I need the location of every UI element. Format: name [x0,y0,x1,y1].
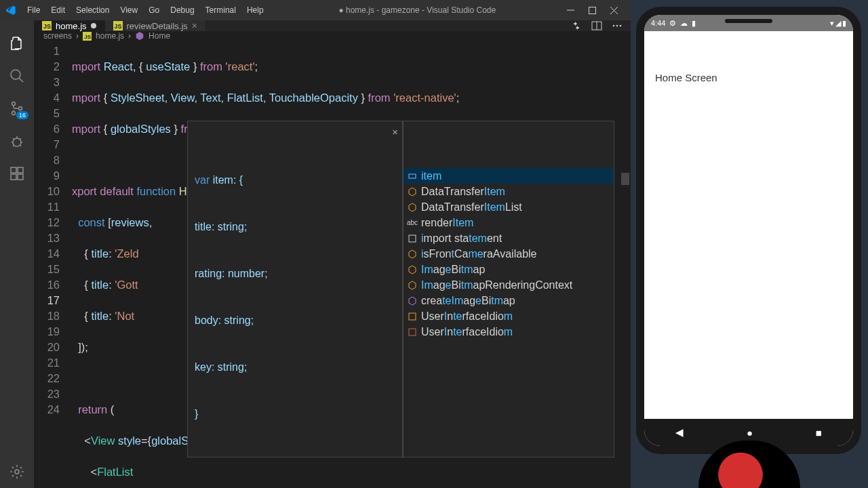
home-screen-text: Home Screen [655,72,842,83]
suggestion-item[interactable]: DataTransferItemList [403,199,614,215]
svg-line-13 [13,138,14,140]
menu-help[interactable]: Help [241,5,269,15]
suggestion-item[interactable]: isFrontCameraAvailable [403,246,614,262]
line-number: 19 [34,324,60,340]
back-button[interactable]: ◀ [675,426,684,439]
suggestion-kind-icon [408,265,417,274]
scm-badge: 16 [16,111,28,119]
menu-edit[interactable]: Edit [45,5,71,15]
settings-icon: ⚙ [669,19,676,28]
line-number: 15 [34,262,60,277]
breadcrumb-part[interactable]: Home [149,31,170,41]
svg-point-24 [613,25,615,27]
line-number: 17 [34,293,60,308]
svg-rect-19 [18,174,23,180]
extensions-icon[interactable] [0,157,34,190]
svg-rect-27 [409,174,416,178]
menu-go[interactable]: Go [143,5,165,15]
line-number: 4 [34,90,60,106]
svg-rect-29 [409,313,416,320]
line-number: 11 [34,199,60,215]
line-number: 10 [34,184,60,199]
settings-gear-icon[interactable] [0,455,34,488]
suggestion-kind-icon: abc [408,218,417,228]
split-editor-icon[interactable] [591,20,602,31]
cloud-icon: ☁ [680,19,688,28]
wifi-icon: ▾ [830,19,834,28]
compare-changes-icon[interactable] [571,20,582,31]
close-hints-icon[interactable]: × [392,124,398,140]
suggestion-kind-icon [408,281,417,290]
param-line: rating: number; [195,266,395,281]
app-content[interactable]: Home Screen [644,31,853,419]
status-time: 4:44 [651,19,665,27]
param-line: title: string; [195,219,395,235]
line-number: 20 [34,340,60,355]
android-status-bar: 4:44 ⚙ ☁ ▮ ▾ ◢ ▮ [644,15,853,31]
menu-file[interactable]: File [22,5,45,15]
intellisense-popup: × var item: { title: string; rating: num… [187,121,614,458]
editor-area: JS home.js JS reviewDetails.js × screens… [34,20,631,488]
titlebar: File Edit Selection View Go Debug Termin… [0,0,631,20]
explorer-icon[interactable] [0,27,34,60]
minimize-button[interactable] [566,5,575,15]
search-icon[interactable] [0,60,34,92]
suggestion-item[interactable]: UserInterfaceIdiom [403,324,614,340]
close-tab-icon[interactable]: × [192,20,197,31]
line-number: 8 [34,152,60,168]
editor-tabs: JS home.js JS reviewDetails.js × [34,20,631,31]
scrollbar-thumb[interactable] [621,173,629,185]
code-lines[interactable]: mport React, { useState } from 'react'; … [72,41,631,488]
recents-button[interactable]: ■ [816,427,822,439]
code-editor[interactable]: 1 2 3 4 5 6 7 8 9 10 11 12 13 14 15 16 1 [34,41,631,488]
suggestion-item[interactable]: import statement [403,230,614,246]
breadcrumb-part[interactable]: home.js [96,31,124,41]
svg-point-6 [12,102,16,106]
debug-icon[interactable] [0,125,34,157]
signal-icon: ◢ [835,19,841,28]
line-number: 5 [34,106,60,121]
svg-rect-18 [11,174,16,180]
more-actions-icon[interactable] [612,20,623,31]
tab-home-js[interactable]: JS home.js [34,20,105,31]
tab-review-details-js[interactable]: JS reviewDetails.js × [105,20,207,31]
menu-selection[interactable]: Selection [71,5,115,15]
line-number: 14 [34,246,60,262]
svg-rect-28 [409,235,416,242]
line-number: 3 [34,75,60,90]
suggestion-kind-icon [408,296,417,306]
source-control-icon[interactable]: 16 [0,92,34,125]
svg-point-8 [19,107,22,110]
suggestion-item[interactable]: ImageBitmap [403,262,614,277]
suggestion-item[interactable]: item [403,168,614,184]
close-button[interactable] [609,5,618,15]
menu-view[interactable]: View [115,5,143,15]
window-controls [566,5,625,15]
svg-line-5 [19,78,23,82]
suggestion-list[interactable]: itemDataTransferItemDataTransferItemList… [403,121,614,458]
phone-screen: 4:44 ⚙ ☁ ▮ ▾ ◢ ▮ Home Screen ◀ ● ■ [644,15,853,446]
suggestion-kind-icon [408,327,417,337]
param-line: var item: { [195,172,395,188]
home-button[interactable]: ● [747,427,753,439]
breadcrumb[interactable]: screens› JS home.js› Home [34,31,631,41]
line-number: 1 [34,43,60,59]
suggestion-item[interactable]: DataTransferItem [403,184,614,199]
param-line: body: string; [195,312,395,328]
suggestion-item[interactable]: abcrenderItem [403,215,614,230]
svg-point-4 [11,70,20,79]
breadcrumb-part[interactable]: screens [43,31,72,41]
svg-point-26 [620,25,622,27]
svg-point-25 [616,25,618,27]
maximize-button[interactable] [587,5,597,15]
suggestion-kind-icon [408,249,417,259]
suggestion-item[interactable]: ImageBitmapRenderingContext [403,277,614,293]
svg-rect-17 [11,167,16,173]
suggestion-kind-icon [408,203,417,212]
suggestion-item[interactable]: UserInterfaceIdiom [403,308,614,324]
menu-debug[interactable]: Debug [165,5,199,15]
window-title: ● home.js - gamezone - Visual Studio Cod… [269,5,566,15]
vscode-logo-icon [5,5,16,16]
suggestion-item[interactable]: createImageBitmap [403,293,614,308]
menu-terminal[interactable]: Terminal [200,5,241,15]
